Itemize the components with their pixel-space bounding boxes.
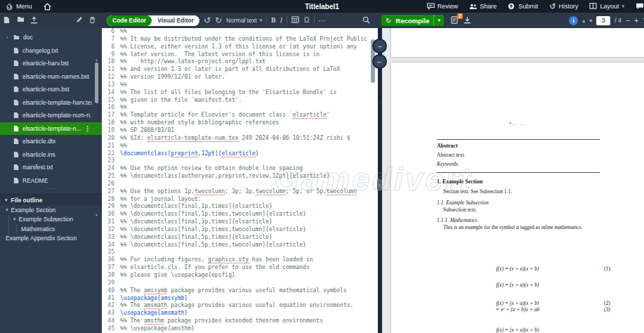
code-line[interactable]: 34%% \documentclass[final,5p,times,twoco… xyxy=(102,242,378,249)
code-line[interactable]: 11%% and version 1.3 or later is part of… xyxy=(102,66,378,74)
italic-button[interactable]: I xyxy=(280,17,282,24)
code-line[interactable]: 13%% xyxy=(102,81,378,89)
code-line[interactable]: 21%% xyxy=(102,143,378,150)
more-tools-button[interactable]: ⋯ xyxy=(319,17,327,25)
code-line[interactable]: 22\documentclass[preprint,12pt]{elsartic… xyxy=(102,150,378,158)
code-line[interactable]: 15%% given in the file `manifest.txt'. xyxy=(102,97,378,105)
chevron-down-icon[interactable]: ▾ xyxy=(6,207,8,213)
file-tree-item[interactable]: elsarticle-template-n...⋮ xyxy=(0,122,102,136)
file-tree-item[interactable]: elsarticle-harv.bst xyxy=(0,57,102,70)
code-line[interactable]: 17%% Template article for Elsevier's doc… xyxy=(102,112,378,119)
previous-page-button[interactable]: ▴ xyxy=(582,18,585,24)
code-line[interactable]: 7%% It may be distributed under the cond… xyxy=(102,36,378,44)
upload-button[interactable] xyxy=(30,16,39,25)
editor-mode-toggle[interactable]: Code Editor Visual Editor xyxy=(107,15,199,26)
outline-item[interactable]: Example Appendix Section xyxy=(0,234,102,244)
code-line[interactable]: 42%% The amsmath package provides variou… xyxy=(102,302,378,310)
file-tree-item[interactable]: elsarticle.ins xyxy=(0,148,102,162)
logs-button[interactable]: 2 xyxy=(451,16,459,25)
divider-chevron-icon[interactable]: › xyxy=(377,179,382,190)
code-line[interactable]: 39 xyxy=(102,280,378,287)
file-tree-item[interactable]: elsarticle.dtx xyxy=(0,135,102,148)
chevron-down-icon[interactable]: ▾ xyxy=(13,216,16,222)
code-line[interactable]: 16%% xyxy=(102,104,378,112)
home-button[interactable] xyxy=(38,0,57,13)
code-line[interactable]: 41\usepackage{amssymb} xyxy=(102,295,378,303)
search-icon[interactable] xyxy=(362,16,371,25)
share-button[interactable]: Share xyxy=(464,0,502,13)
pdf-preview-pane[interactable]: *,..... Abstract Abstract text. Keywords… xyxy=(382,28,644,333)
bold-button[interactable]: B xyxy=(271,17,276,24)
file-outline-header[interactable]: ▾ File outline xyxy=(0,194,102,205)
code-line[interactable]: 44%% The amsthm package provides extende… xyxy=(102,318,378,325)
code-line[interactable]: 8%% License, either version 1.3 of this … xyxy=(102,44,378,51)
code-line[interactable]: 23 xyxy=(102,157,378,165)
outline-item[interactable]: ▾Example Subsection xyxy=(0,215,102,225)
code-editor-tab[interactable]: Code Editor xyxy=(107,15,152,26)
recompile-button[interactable]: ↻ Recompile ▾ xyxy=(381,15,444,26)
chevron-right-icon[interactable]: › xyxy=(6,35,10,40)
code-line[interactable]: 25%% \documentclass[authoryear,preprint,… xyxy=(102,173,378,181)
history-button[interactable]: ↺ History xyxy=(544,0,584,13)
insert-symbol-button[interactable]: Ω xyxy=(304,17,309,24)
submit-button[interactable]: Submit xyxy=(502,0,544,13)
next-page-button[interactable]: ▾ xyxy=(589,18,592,24)
paragraph-style-dropdown[interactable]: Normal text ▾ xyxy=(226,17,262,24)
code-line[interactable]: 27%% Use the options 1p,twocolumn; 3p; 3… xyxy=(102,188,378,196)
code-line[interactable]: 26 xyxy=(102,181,378,188)
scroll-up-icon[interactable]: ▲ xyxy=(95,58,98,62)
code-line[interactable]: 38%% please give \usepackage{epsfig} xyxy=(102,272,378,280)
delete-trash-button[interactable] xyxy=(89,16,98,25)
code-line[interactable]: 6%% xyxy=(102,28,378,36)
file-tree-item[interactable]: elsarticle-num.bst xyxy=(0,83,102,96)
layout-button[interactable]: Layout ▾ xyxy=(584,0,630,13)
page-number-input[interactable] xyxy=(596,16,610,25)
expand-editor-button[interactable]: ← xyxy=(374,56,386,67)
outline-resize-handle[interactable]: ····· xyxy=(0,187,102,194)
expand-pdf-button[interactable]: → xyxy=(374,40,386,52)
code-line[interactable]: 43\usepackage{amsmath} xyxy=(102,310,378,318)
zoom-in-button[interactable]: + xyxy=(634,16,638,25)
code-editor[interactable]: 6%%7%% It may be distributed under the c… xyxy=(102,28,378,333)
review-button[interactable]: Review xyxy=(421,0,464,13)
code-line[interactable]: 33%% \documentclass[final,5p,times]{elsa… xyxy=(102,234,378,242)
code-line[interactable]: 10%% http://www.latex-project.org/lppl.t… xyxy=(102,58,378,66)
file-tree-item[interactable]: manifest.txt xyxy=(0,161,102,174)
divider-drag-dots[interactable]: ···· xyxy=(379,100,381,109)
code-line[interactable]: 28%% for a journal layout: xyxy=(102,196,378,204)
code-line[interactable]: 37%% elsarticle.cls. If you prefer to us… xyxy=(102,264,378,272)
outline-item[interactable]: ▾Example Section xyxy=(0,205,102,215)
file-tree-scrollbar[interactable] xyxy=(95,63,98,103)
code-line[interactable]: 14%% The list of all files belonging to … xyxy=(102,89,378,97)
code-line[interactable]: 18%% with numbered style bibliographic r… xyxy=(102,119,378,127)
code-line[interactable]: 40%% The amssymb package provides variou… xyxy=(102,287,378,295)
file-menu-kebab-icon[interactable]: ⋮ xyxy=(84,125,91,132)
code-line[interactable]: 19%% SP 2008/03/01 xyxy=(102,127,378,135)
code-line[interactable]: 9%% later version. The latest version of… xyxy=(102,51,378,59)
code-line[interactable]: 32%% \documentclass[final,3p,times,twoco… xyxy=(102,226,378,234)
file-tree-item[interactable]: README xyxy=(0,174,102,188)
recompile-dropdown[interactable]: ▾ xyxy=(433,15,444,26)
code-line[interactable]: 24%% Use the option review to obtain dou… xyxy=(102,165,378,173)
visual-editor-tab[interactable]: Visual Editor xyxy=(152,17,199,24)
code-line[interactable]: 45%% \usepackage{amsthm} xyxy=(102,325,378,333)
code-line[interactable]: 30%% \documentclass[final,1p,times,twoco… xyxy=(102,211,378,218)
insert-table-button[interactable] xyxy=(291,16,300,25)
undo-button[interactable]: ↺ xyxy=(204,16,211,25)
code-line[interactable]: 12%% version 1999/12/01 or later. xyxy=(102,74,378,81)
code-line[interactable]: 29%% \documentclass[final,1p,times]{elsa… xyxy=(102,203,378,211)
code-line[interactable]: 36%% For including figures, graphicx.sty… xyxy=(102,256,378,264)
file-tree-item[interactable]: elsarticle-template-num-n... xyxy=(0,109,102,122)
menu-button[interactable]: Menu xyxy=(0,0,38,13)
new-folder-button[interactable] xyxy=(17,16,25,25)
code-line[interactable]: 20%% $Id: elsarticle-template-num.tex 24… xyxy=(102,135,378,143)
file-tree-item[interactable]: changelog.txt xyxy=(0,44,102,58)
chat-button[interactable] xyxy=(630,0,644,13)
outline-item[interactable]: Mathematics xyxy=(0,224,102,234)
rename-pencil-button[interactable] xyxy=(76,16,84,25)
code-line[interactable]: 31%% \documentclass[final,3p,times]{elsa… xyxy=(102,218,378,226)
file-tree-item[interactable]: ›doc xyxy=(0,31,102,44)
new-file-button[interactable] xyxy=(4,16,12,25)
code-line[interactable]: 35 xyxy=(102,249,378,256)
file-tree-item[interactable]: elsarticle-num-names.bst xyxy=(0,70,102,84)
